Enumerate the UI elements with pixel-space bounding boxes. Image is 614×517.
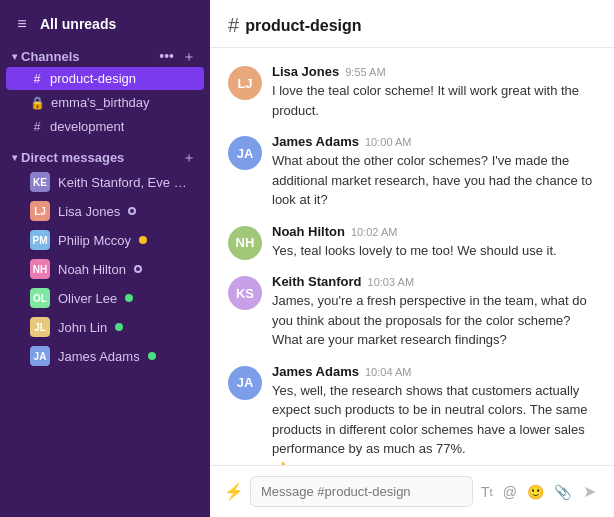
msg-time-msg5: 10:04 AM	[365, 366, 411, 378]
dm-add-button[interactable]: ＋	[180, 149, 198, 165]
msg-avatar-msg1: LJ	[228, 66, 262, 100]
dm-avatar-philip-mccoy: PM	[30, 230, 50, 250]
channel-icon-product-design: #	[30, 72, 44, 86]
dm-item-james-adams[interactable]: JA James Adams	[6, 342, 204, 370]
channel-icon-emmas-birthday: 🔒	[30, 96, 45, 110]
dm-avatar-keith-eve: KE	[30, 172, 50, 192]
status-dot-lisa-jones	[128, 207, 136, 215]
sidebar-item-product-design[interactable]: # product-design	[6, 67, 204, 90]
channel-hash-icon: #	[228, 14, 239, 37]
msg-time-msg1: 9:55 AM	[345, 66, 385, 78]
channel-icon-development: #	[30, 120, 44, 134]
dm-item-oliver-lee[interactable]: OL Oliver Lee	[6, 284, 204, 312]
channel-label-development: development	[50, 119, 124, 134]
dm-label-oliver-lee: Oliver Lee	[58, 291, 117, 306]
msg-name-msg2: James Adams	[272, 134, 359, 149]
messages-area: LJ Lisa Jones 9:55 AM I love the teal co…	[210, 48, 614, 465]
input-area: ⚡ Tt @ 🙂 📎 ➤	[210, 465, 614, 517]
sidebar-item-emmas-birthday[interactable]: 🔒 emma's_birthday	[6, 91, 204, 114]
channels-more-button[interactable]: •••	[157, 48, 176, 64]
dm-item-noah-hilton[interactable]: NH Noah Hilton	[6, 255, 204, 283]
dm-avatar-john-lin: JL	[30, 317, 50, 337]
msg-content-msg4: Keith Stanford 10:03 AM James, you're a …	[272, 274, 596, 350]
status-dot-oliver-lee	[125, 294, 133, 302]
dm-chevron: ▾	[12, 152, 17, 163]
channels-chevron: ▾	[12, 51, 17, 62]
channels-label: Channels	[21, 49, 80, 64]
lightning-icon: ⚡	[224, 482, 244, 501]
menu-icon: ≡	[12, 14, 32, 34]
dm-label-keith-eve: Keith Stanford, Eve Libe...	[58, 175, 188, 190]
message-group-msg4: KS Keith Stanford 10:03 AM James, you're…	[228, 268, 596, 356]
msg-time-msg3: 10:02 AM	[351, 226, 397, 238]
dm-label-james-adams: James Adams	[58, 349, 140, 364]
dm-label-noah-hilton: Noah Hilton	[58, 262, 126, 277]
sidebar: ≡ All unreads ▾ Channels ••• ＋ # product…	[0, 0, 210, 517]
channel-title: product-design	[245, 17, 361, 35]
status-dot-james-adams	[148, 352, 156, 360]
msg-text-msg4: James, you're a fresh perspective in the…	[272, 291, 596, 350]
msg-header-msg5: James Adams 10:04 AM	[272, 364, 596, 379]
msg-avatar-msg3: NH	[228, 226, 262, 260]
msg-header-msg3: Noah Hilton 10:02 AM	[272, 224, 596, 239]
dm-item-philip-mccoy[interactable]: PM Philip Mccoy	[6, 226, 204, 254]
attach-button[interactable]: 📎	[552, 482, 573, 502]
msg-header-msg4: Keith Stanford 10:03 AM	[272, 274, 596, 289]
dm-item-john-lin[interactable]: JL John Lin	[6, 313, 204, 341]
msg-text-msg5: Yes, well, the research shows that custo…	[272, 381, 596, 459]
status-dot-john-lin	[115, 323, 123, 331]
emoji-button[interactable]: 🙂	[525, 482, 546, 502]
status-dot-noah-hilton	[134, 265, 142, 273]
msg-text-msg1: I love the teal color scheme! It will wo…	[272, 81, 596, 120]
message-input[interactable]	[250, 476, 473, 507]
msg-time-msg4: 10:03 AM	[368, 276, 414, 288]
msg-avatar-msg5: JA	[228, 366, 262, 400]
dm-section-header[interactable]: ▾ Direct messages ＋	[0, 143, 210, 167]
msg-time-msg2: 10:00 AM	[365, 136, 411, 148]
mention-button[interactable]: @	[501, 482, 519, 502]
msg-header-msg1: Lisa Jones 9:55 AM	[272, 64, 596, 79]
input-toolbar: Tt @ 🙂 📎 ➤	[479, 480, 600, 503]
sidebar-item-development[interactable]: # development	[6, 115, 204, 138]
msg-name-msg4: Keith Stanford	[272, 274, 362, 289]
msg-content-msg5: James Adams 10:04 AM Yes, well, the rese…	[272, 364, 596, 466]
msg-content-msg2: James Adams 10:00 AM What about the othe…	[272, 134, 596, 210]
sidebar-title: All unreads	[40, 16, 116, 32]
msg-content-msg3: Noah Hilton 10:02 AM Yes, teal looks lov…	[272, 224, 596, 261]
dm-item-keith-eve[interactable]: KE Keith Stanford, Eve Libe...	[6, 168, 204, 196]
message-group-msg5: JA James Adams 10:04 AM Yes, well, the r…	[228, 358, 596, 466]
dm-avatar-noah-hilton: NH	[30, 259, 50, 279]
msg-text-msg3: Yes, teal looks lovely to me too! We sho…	[272, 241, 596, 261]
channel-label-product-design: product-design	[50, 71, 136, 86]
dm-avatar-james-adams: JA	[30, 346, 50, 366]
msg-name-msg5: James Adams	[272, 364, 359, 379]
message-group-msg3: NH Noah Hilton 10:02 AM Yes, teal looks …	[228, 218, 596, 267]
msg-header-msg2: James Adams 10:00 AM	[272, 134, 596, 149]
channels-section-header[interactable]: ▾ Channels ••• ＋	[0, 44, 210, 66]
channels-section: ▾ Channels ••• ＋ # product-design 🔒 emma…	[0, 44, 210, 139]
dm-label-philip-mccoy: Philip Mccoy	[58, 233, 131, 248]
dm-list: KE Keith Stanford, Eve Libe... LJ Lisa J…	[0, 168, 210, 370]
msg-avatar-msg2: JA	[228, 136, 262, 170]
dm-section: ▾ Direct messages ＋ KE Keith Stanford, E…	[0, 143, 210, 371]
main-chat: # product-design LJ Lisa Jones 9:55 AM I…	[210, 0, 614, 517]
channel-label-emmas-birthday: emma's_birthday	[51, 95, 150, 110]
msg-name-msg3: Noah Hilton	[272, 224, 345, 239]
msg-content-msg1: Lisa Jones 9:55 AM I love the teal color…	[272, 64, 596, 120]
dm-label: Direct messages	[21, 150, 124, 165]
msg-avatar-msg4: KS	[228, 276, 262, 310]
msg-name-msg1: Lisa Jones	[272, 64, 339, 79]
chat-header: # product-design	[210, 0, 614, 48]
dm-item-lisa-jones[interactable]: LJ Lisa Jones	[6, 197, 204, 225]
dm-label-john-lin: John Lin	[58, 320, 107, 335]
msg-text-msg2: What about the other color schemes? I've…	[272, 151, 596, 210]
text-format-button[interactable]: Tt	[479, 482, 495, 502]
status-dot-philip-mccoy	[139, 236, 147, 244]
send-button[interactable]: ➤	[579, 480, 600, 503]
channels-add-button[interactable]: ＋	[180, 48, 198, 64]
dm-avatar-oliver-lee: OL	[30, 288, 50, 308]
channels-list: # product-design 🔒 emma's_birthday # dev…	[0, 67, 210, 138]
dm-avatar-lisa-jones: LJ	[30, 201, 50, 221]
sidebar-header: ≡ All unreads	[0, 8, 210, 44]
message-group-msg2: JA James Adams 10:00 AM What about the o…	[228, 128, 596, 216]
